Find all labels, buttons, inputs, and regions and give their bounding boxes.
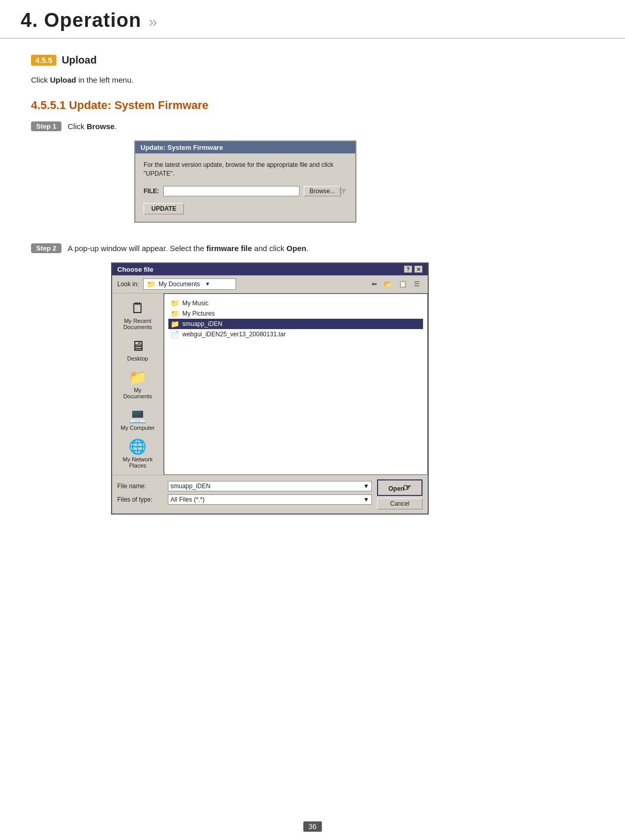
section-title-row: 4.5.5 Upload xyxy=(31,54,594,66)
firmware-dialog-container: Update: System Firmware For the latest v… xyxy=(134,141,594,223)
files-of-type-row: Files of type: All Files (*.*) ▼ xyxy=(117,494,372,505)
step1-row: Step 1 Click Browse. xyxy=(31,121,594,131)
choose-file-dialog: Choose file ? ✕ Look in: 📁 My Documents … xyxy=(111,262,429,515)
shortcut-my-computer[interactable]: 💻 My Computer xyxy=(114,405,161,433)
file-name: smuapp_iDEN xyxy=(182,320,222,328)
titlebar-help-btn[interactable]: ? xyxy=(404,266,412,273)
network-places-icon: 🌐 xyxy=(129,438,147,455)
choose-file-main: 🗒 My RecentDocuments 🖥 Desktop 📁 MyDocum… xyxy=(112,293,428,475)
file-name: My Pictures xyxy=(182,310,215,317)
file-list-area[interactable]: 📁 My Music 📁 My Pictures 📁 smuapp_iDEN 📄… xyxy=(164,293,428,475)
page-number: 36 xyxy=(303,821,322,832)
firmware-dialog: Update: System Firmware For the latest v… xyxy=(134,141,356,223)
step2-row: Step 2 A pop-up window will appear. Sele… xyxy=(31,243,594,253)
folder-icon: 📁 xyxy=(170,320,179,328)
step1-text: Click Browse. xyxy=(68,121,117,131)
chapter-title: 4. Operation xyxy=(21,9,142,32)
files-of-type-label: Files of type: xyxy=(117,496,164,503)
titlebar-close-btn[interactable]: ✕ xyxy=(414,266,423,273)
list-item-selected[interactable]: 📁 smuapp_iDEN xyxy=(168,319,423,329)
titlebar-controls: ? ✕ xyxy=(404,266,423,273)
cursor-icon: ☞ xyxy=(339,185,347,197)
step1-badge: Step 1 xyxy=(31,121,61,131)
shortcut-desktop[interactable]: 🖥 Desktop xyxy=(114,335,161,364)
firmware-dialog-description: For the latest version update, browse fo… xyxy=(144,161,347,178)
main-content: 4.5.5 Upload Click Upload in the left me… xyxy=(0,54,625,515)
intro-paragraph: Click Upload in the left menu. xyxy=(31,75,594,84)
open-cursor-icon: ☞ xyxy=(403,482,411,493)
toolbar-icons: ⬅ 📂 📋 ☰ xyxy=(369,278,423,289)
look-in-select[interactable]: 📁 My Documents ▼ xyxy=(143,278,236,290)
update-button[interactable]: UPDATE xyxy=(144,203,184,214)
choose-file-toolbar: Look in: 📁 My Documents ▼ ⬅ 📂 📋 ☰ xyxy=(112,275,428,293)
up-folder-icon-btn[interactable]: 📂 xyxy=(381,278,395,289)
file-name: webgui_iDEN25_ver13_20080131.tar xyxy=(182,331,286,338)
files-of-type-dropdown-icon: ▼ xyxy=(363,496,369,503)
shortcut-network-label: My NetworkPlaces xyxy=(122,456,152,469)
shortcut-desktop-label: Desktop xyxy=(127,355,148,362)
step2-suffix2: . xyxy=(306,244,308,253)
step1-prefix: Click xyxy=(68,122,87,131)
folder-icon: 📁 xyxy=(147,280,155,288)
file-name-row: File name: smuapp_iDEN ▼ xyxy=(117,481,372,491)
look-in-value: My Documents xyxy=(159,281,200,288)
step2-bold: firmware file xyxy=(207,244,252,253)
step2-bold2: Open xyxy=(287,244,306,253)
shortcut-my-documents[interactable]: 📁 MyDocuments xyxy=(114,367,161,401)
shortcut-recent-docs[interactable]: 🗒 My RecentDocuments xyxy=(114,298,161,332)
firmware-dialog-title: Update: System Firmware xyxy=(140,144,223,151)
choose-file-title: Choose file xyxy=(117,266,153,273)
look-in-label: Look in: xyxy=(117,281,139,288)
footer-rows: File name: smuapp_iDEN ▼ Files of type: … xyxy=(117,479,423,509)
step2-badge: Step 2 xyxy=(31,243,61,253)
view-icon-btn[interactable]: ☰ xyxy=(411,278,423,289)
footer-btn-group: Open ☞ Cancel xyxy=(377,479,423,509)
shortcut-recent-label: My RecentDocuments xyxy=(123,318,152,330)
file-name: My Music xyxy=(182,300,209,307)
intro-text-suffix: in the left menu. xyxy=(76,75,134,84)
file-name-input[interactable]: smuapp_iDEN ▼ xyxy=(168,481,372,491)
open-button[interactable]: Open ☞ xyxy=(377,479,423,496)
step2-suffix: and click xyxy=(252,244,287,253)
shortcut-my-documents-label: MyDocuments xyxy=(123,387,152,399)
my-computer-icon: 💻 xyxy=(129,407,147,424)
firmware-file-input[interactable] xyxy=(163,186,300,196)
step2-prefix: A pop-up window will appear. Select the xyxy=(68,244,207,253)
recent-docs-icon: 🗒 xyxy=(131,300,145,317)
firmware-dialog-body: For the latest version update, browse fo… xyxy=(135,153,355,222)
intro-text-prefix: Click xyxy=(31,75,50,84)
list-item[interactable]: 📁 My Pictures xyxy=(168,308,423,319)
file-name-label: File name: xyxy=(117,483,164,490)
new-folder-icon-btn[interactable]: 📋 xyxy=(396,278,410,289)
list-item[interactable]: 📁 My Music xyxy=(168,298,423,308)
firmware-file-label: FILE: xyxy=(144,188,159,195)
step2-text: A pop-up window will appear. Select the … xyxy=(68,243,308,253)
dropdown-arrow-icon: ▼ xyxy=(205,281,210,287)
step1-suffix: . xyxy=(115,122,117,131)
footer-inputs: File name: smuapp_iDEN ▼ Files of type: … xyxy=(117,481,372,508)
firmware-file-row: FILE: Browse... ☞ xyxy=(144,185,347,197)
my-documents-icon: 📁 xyxy=(129,369,147,386)
list-item[interactable]: 📄 webgui_iDEN25_ver13_20080131.tar xyxy=(168,329,423,339)
shortcut-my-computer-label: My Computer xyxy=(120,425,154,431)
file-name-dropdown-icon: ▼ xyxy=(363,483,369,490)
shortcuts-panel: 🗒 My RecentDocuments 🖥 Desktop 📁 MyDocum… xyxy=(112,293,164,475)
choose-file-titlebar: Choose file ? ✕ xyxy=(112,263,428,275)
folder-icon: 📁 xyxy=(170,299,179,307)
firmware-update-btn-row: UPDATE xyxy=(144,203,347,214)
browse-button[interactable]: Browse... xyxy=(304,186,341,196)
page-header: 4. Operation » xyxy=(0,0,625,39)
file-name-value: smuapp_iDEN xyxy=(170,483,210,490)
shortcut-network-places[interactable]: 🌐 My NetworkPlaces xyxy=(114,436,161,471)
file-icon: 📄 xyxy=(170,330,179,338)
choose-file-footer: File name: smuapp_iDEN ▼ Files of type: … xyxy=(112,475,428,514)
files-of-type-select[interactable]: All Files (*.*) ▼ xyxy=(168,494,372,505)
cancel-button[interactable]: Cancel xyxy=(377,498,423,509)
open-btn-label: Open xyxy=(388,485,404,492)
section-title-text: Upload xyxy=(61,54,97,66)
desktop-icon: 🖥 xyxy=(131,337,145,354)
subsection-heading: 4.5.5.1 Update: System Firmware xyxy=(31,99,594,112)
files-of-type-value: All Files (*.*) xyxy=(170,496,205,503)
back-icon-btn[interactable]: ⬅ xyxy=(369,278,380,289)
section-badge: 4.5.5 xyxy=(31,55,56,66)
